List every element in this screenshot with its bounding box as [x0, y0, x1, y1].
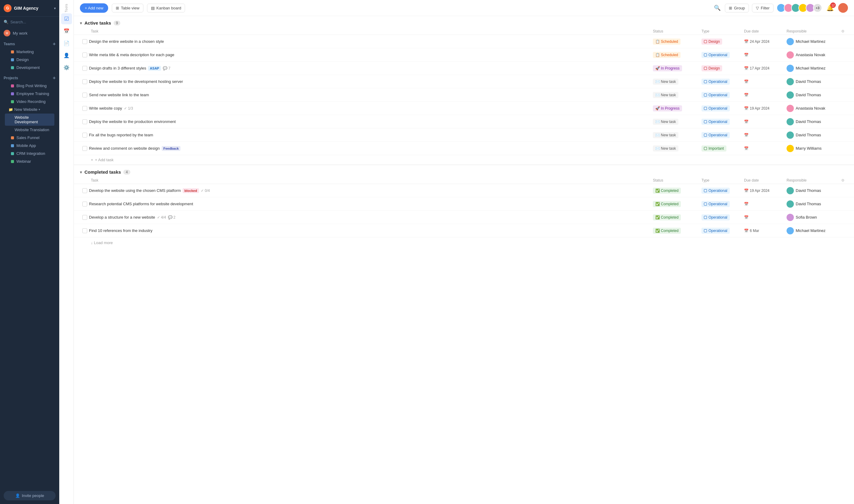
table-row[interactable]: Research potential CMS platforms for web…: [74, 197, 854, 211]
task-checkbox[interactable]: [82, 119, 87, 124]
table-row[interactable]: Write website copy✓ 1/3 🚀 In Progress Op…: [74, 102, 854, 115]
settings-icon[interactable]: ⚙️: [61, 62, 72, 73]
sidebar-item-webinar[interactable]: Webinar: [5, 158, 54, 165]
responsible-name: David Thomas: [796, 202, 821, 206]
sidebar-item-label: Marketing: [16, 50, 34, 54]
type-badge: Operational: [701, 132, 730, 138]
invite-people-button[interactable]: 👤 Invite people: [4, 491, 56, 500]
sidebar-item-blog-post[interactable]: Blog Post Writing: [5, 82, 54, 90]
sidebar-item-new-website[interactable]: 📁 New Website ▾: [5, 106, 54, 113]
add-task-row[interactable]: + + Add task: [74, 155, 854, 165]
document-icon[interactable]: 📄: [61, 38, 72, 49]
my-work-item[interactable]: M My work: [0, 27, 59, 39]
task-due-date: 📅: [742, 120, 784, 124]
load-more-row[interactable]: ↓ Load more: [74, 237, 854, 248]
type-icon: [704, 80, 707, 83]
sidebar-footer: 👤 Invite people: [0, 487, 59, 504]
table-view-button[interactable]: ⊞ Table view: [112, 4, 143, 13]
main-content: + Add new ⊞ Table view ▤ Kanban board 🔍 …: [74, 0, 854, 504]
task-checkbox[interactable]: [82, 228, 87, 233]
task-status: ✉️ New task: [650, 92, 699, 98]
sidebar-item-sales-funnel[interactable]: Sales Funnel: [5, 134, 54, 142]
projects-section-header[interactable]: Projects +: [4, 75, 56, 81]
type-badge: Operational: [701, 201, 730, 207]
avatar: [787, 91, 794, 99]
table-row[interactable]: Design the entire website in a chosen st…: [74, 35, 854, 48]
task-checkbox[interactable]: [82, 188, 87, 193]
task-checkbox[interactable]: [82, 202, 87, 206]
task-name-cell: Design drafts in 3 different stylesASAP💬…: [80, 66, 650, 71]
col-settings[interactable]: ⚙: [839, 178, 848, 182]
person-icon[interactable]: 👤: [61, 50, 72, 61]
task-checkbox[interactable]: [82, 53, 87, 57]
my-work-label: My work: [13, 31, 27, 36]
table-row[interactable]: Review and comment on website designFeed…: [74, 142, 854, 155]
task-name: Deploy the website to the development ho…: [89, 79, 183, 84]
task-checkbox[interactable]: [82, 39, 87, 44]
task-checkbox[interactable]: [82, 66, 87, 71]
task-checkbox[interactable]: [82, 215, 87, 220]
sidebar-item-marketing[interactable]: Marketing: [5, 48, 54, 56]
sidebar-item-video-recording[interactable]: Video Recording: [5, 98, 54, 105]
app-header[interactable]: G GIM Agency ▾: [0, 0, 59, 17]
search-button[interactable]: 🔍: [713, 3, 722, 13]
status-badge: 🚀 In Progress: [653, 65, 682, 71]
table-row[interactable]: Design drafts in 3 different stylesASAP💬…: [74, 61, 854, 75]
type-icon: [704, 53, 707, 56]
sidebar-item-development[interactable]: Development: [5, 64, 54, 71]
task-status: ✅ Completed: [650, 201, 699, 207]
search-input[interactable]: 🔍 Search...: [0, 17, 59, 27]
sidebar-item-employee-training[interactable]: Employee Training: [5, 90, 54, 97]
table-icon: ⊞: [116, 6, 119, 10]
task-checkbox[interactable]: [82, 93, 87, 97]
sidebar-item-crm-integration[interactable]: CRM Integration: [5, 150, 54, 157]
task-name: Review and comment on website design: [89, 146, 160, 150]
table-row[interactable]: Develop the website using the chosen CMS…: [74, 184, 854, 197]
sidebar-item-website-translation[interactable]: Website Translation: [5, 126, 54, 133]
task-name: Develop the website using the chosen CMS…: [89, 188, 181, 193]
task-name-cell: Write meta title & meta description for …: [80, 53, 650, 57]
add-new-button[interactable]: + Add new: [80, 3, 108, 13]
sidebar-item-label: Website Translation: [15, 127, 49, 132]
search-placeholder: Search...: [10, 20, 26, 24]
task-name: Develop a structure for a new website: [89, 215, 155, 219]
add-project-icon[interactable]: +: [53, 75, 56, 81]
table-row[interactable]: Find 10 references from the industry ✅ C…: [74, 224, 854, 237]
comment-count: 💬 2: [168, 215, 176, 219]
sidebar-item-mobile-app[interactable]: Mobile App: [5, 142, 54, 149]
avatar: [787, 118, 794, 125]
sidebar-item-label: CRM Integration: [16, 151, 45, 156]
task-checkbox[interactable]: [82, 106, 87, 111]
table-row[interactable]: Fix all the bugs reported by the team ✉️…: [74, 128, 854, 142]
table-row[interactable]: Develop a structure for a new website✓ 4…: [74, 211, 854, 224]
table-row[interactable]: Write meta title & meta description for …: [74, 48, 854, 61]
add-team-icon[interactable]: +: [53, 41, 56, 47]
type-badge: Operational: [701, 79, 730, 85]
col-settings[interactable]: ⚙: [839, 29, 848, 33]
kanban-board-button[interactable]: ▤ Kanban board: [147, 4, 185, 13]
type-badge: Operational: [701, 92, 730, 98]
task-tag: ASAP: [148, 66, 161, 71]
sidebar-item-label: Website Development: [15, 115, 51, 124]
responsible-name: Michael Martinez: [796, 39, 825, 44]
table-row[interactable]: Deploy the website to the production env…: [74, 115, 854, 128]
task-checkbox[interactable]: [82, 146, 87, 151]
table-row[interactable]: Deploy the website to the development ho…: [74, 75, 854, 88]
checkbox-icon[interactable]: ☑: [61, 13, 72, 24]
table-row[interactable]: Send new website link to the team ✉️ New…: [74, 88, 854, 102]
sidebar-item-design[interactable]: Design: [5, 56, 54, 64]
calendar-icon[interactable]: 📅: [61, 25, 72, 36]
task-checkbox[interactable]: [82, 79, 87, 84]
user-avatar[interactable]: [838, 3, 848, 13]
section-toggle[interactable]: ▾: [80, 21, 82, 25]
col-status: Status: [650, 29, 699, 33]
calendar-icon: 📅: [744, 53, 749, 57]
status-badge: ✅ Completed: [653, 187, 681, 194]
sidebar-item-website-development[interactable]: Website Development: [5, 113, 54, 126]
teams-section-header[interactable]: Teams +: [4, 41, 56, 47]
task-checkbox[interactable]: [82, 133, 87, 138]
group-button[interactable]: ⊞ Group: [725, 4, 749, 13]
notification-button[interactable]: 🔔 12: [825, 3, 835, 13]
filter-button[interactable]: ▽ Filter: [752, 4, 773, 13]
section-toggle[interactable]: ▾: [80, 170, 82, 175]
